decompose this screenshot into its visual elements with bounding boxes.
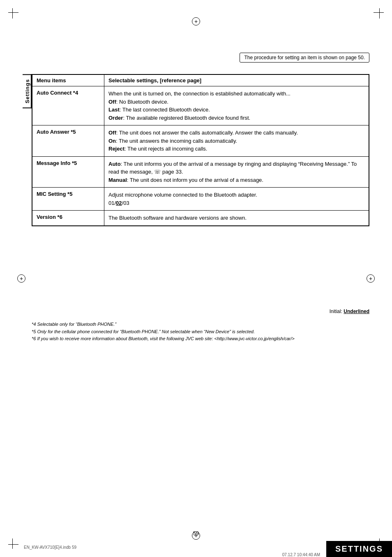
table-row: MIC Setting *5 Adjust microphone volume … <box>32 188 369 211</box>
crop-mark <box>374 12 384 13</box>
procedure-note: The procedure for setting an item is sho… <box>240 53 369 63</box>
table-row: Message Info *5 Auto: The unit informs y… <box>32 156 369 188</box>
crop-mark <box>12 8 13 19</box>
desc-mic-setting: Adjust microphone volume connected to th… <box>104 188 369 211</box>
col-header-menu: Menu items <box>32 75 104 86</box>
settings-table-wrapper: Menu items Selectable settings, [referen… <box>32 74 369 226</box>
desc-message-info: Auto: The unit informs you of the arriva… <box>104 156 369 188</box>
crop-mark <box>8 12 18 13</box>
desc-auto-answer: Off: The unit does not answer the calls … <box>104 125 369 157</box>
desc-text: : The unit informs you of the arrival of… <box>108 161 357 175</box>
footnote-6: *6 If you wish to receive more informati… <box>32 335 369 343</box>
bottom-left-file-info: EN_KW-AVX710[E]4.indb 59 <box>24 545 76 550</box>
bottom-right-timestamp: 07.12.7 10:44:40 AM <box>282 552 320 557</box>
col-header-settings: Selectable settings, [reference page] <box>104 75 369 86</box>
menu-item-version: Version *6 <box>32 211 104 226</box>
menu-item-mic-setting: MIC Setting *5 <box>32 188 104 211</box>
table-row: Version *6 The Bluetooth software and ha… <box>32 211 369 226</box>
desc-text: : The unit rejects all incoming calls. <box>125 146 207 152</box>
desc-order-label: Order <box>108 115 123 121</box>
table-row: Auto Connect *4 When the unit is turned … <box>32 86 369 125</box>
desc-text: : The unit does not inform you of the ar… <box>127 177 263 183</box>
crop-mark <box>379 8 380 19</box>
desc-text: : The unit does not answer the calls aut… <box>116 130 298 136</box>
desc-text: Adjust microphone volume connected to th… <box>108 192 257 198</box>
desc-manual-label: Manual <box>108 177 127 183</box>
table-row: Auto Answer *5 Off: The unit does not an… <box>32 125 369 157</box>
desc-value-01: 01/ <box>108 200 116 206</box>
desc-value-02: 02 <box>116 200 122 206</box>
crop-mark <box>12 538 13 549</box>
desc-off-label: Off <box>108 130 116 136</box>
settings-sidebar-label: Settings <box>23 74 32 108</box>
desc-auto-label: Auto <box>108 161 121 167</box>
footnotes: *4 Selectable only for “Bluetooth PHONE.… <box>32 321 369 343</box>
menu-item-message-info: Message Info *5 <box>32 156 104 188</box>
desc-order-text: : The available registered Bluetooth dev… <box>123 115 250 121</box>
desc-off-text: : No Bluetooth device. <box>116 99 168 105</box>
footnote-5: *5 Only for the cellular phone connected… <box>32 328 369 336</box>
settings-table: Menu items Selectable settings, [referen… <box>32 74 369 226</box>
menu-item-auto-answer: Auto Answer *5 <box>32 125 104 157</box>
desc-text: When the unit is turned on, the connecti… <box>108 91 291 97</box>
desc-last-label: Last <box>108 107 120 113</box>
registration-mark-top <box>192 17 200 26</box>
desc-value-03: /03 <box>122 200 129 206</box>
content-area: The procedure for setting an item is sho… <box>23 33 369 524</box>
initial-note: Initial: Underlined <box>330 309 369 314</box>
table-header-row: Menu items Selectable settings, [referen… <box>32 75 369 86</box>
crop-mark <box>8 544 18 545</box>
settings-footer-bar: SETTINGS <box>326 541 392 557</box>
page-number: 59 <box>193 530 199 536</box>
desc-off-label: Off <box>108 99 116 105</box>
desc-auto-connect: When the unit is turned on, the connecti… <box>104 86 369 125</box>
menu-item-auto-connect: Auto Connect *4 <box>32 86 104 125</box>
desc-last-text: : The last connected Bluetooth device. <box>120 107 210 113</box>
desc-reject-label: Reject <box>108 146 125 152</box>
desc-text: : The unit answers the incoming calls au… <box>116 138 237 144</box>
desc-version: The Bluetooth software and hardware vers… <box>104 211 369 226</box>
desc-on-label: On <box>108 138 116 144</box>
footnote-4: *4 Selectable only for “Bluetooth PHONE.… <box>32 321 369 328</box>
